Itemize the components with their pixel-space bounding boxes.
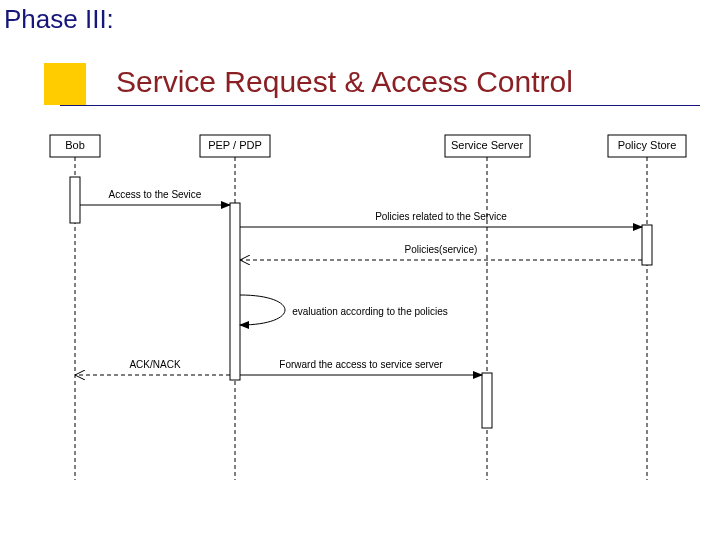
lifeline-label-pep: PEP / PDP <box>208 139 262 151</box>
message-ack-nack: ACK/NACK <box>75 359 230 375</box>
title-row: Service Request & Access Control <box>0 55 720 111</box>
message-policies-request: Policies related to the Service <box>240 211 642 227</box>
svg-text:evaluation according to the po: evaluation according to the policies <box>292 306 448 317</box>
message-policies-return: Policies(service) <box>240 244 642 260</box>
activation-pep <box>230 203 240 380</box>
activation-bob <box>70 177 80 223</box>
svg-text:Policies(service): Policies(service) <box>405 244 478 255</box>
message-forward-access: Forward the access to service server <box>240 359 482 375</box>
svg-text:Policies related to the Servic: Policies related to the Service <box>375 211 507 222</box>
lifeline-label-bob: Bob <box>65 139 85 151</box>
svg-text:ACK/NACK: ACK/NACK <box>129 359 180 370</box>
page-title: Service Request & Access Control <box>116 65 573 99</box>
lifeline-label-pol: Policy Store <box>618 139 677 151</box>
message-access-service: Access to the Sevice <box>80 189 230 205</box>
lifeline-label-svc: Service Server <box>451 139 523 151</box>
message-evaluation: evaluation according to the policies <box>240 295 448 325</box>
sequence-diagram: Bob PEP / PDP Service Server Policy Stor… <box>0 125 720 505</box>
accent-square <box>44 63 86 105</box>
activation-service <box>482 373 492 428</box>
svg-text:Forward the access to service : Forward the access to service server <box>279 359 443 370</box>
activation-policy <box>642 225 652 265</box>
lifeline-policy-store: Policy Store <box>608 135 686 480</box>
title-underline <box>60 105 700 106</box>
svg-text:Access to the Sevice: Access to the Sevice <box>109 189 202 200</box>
phase-label: Phase III: <box>4 4 114 35</box>
